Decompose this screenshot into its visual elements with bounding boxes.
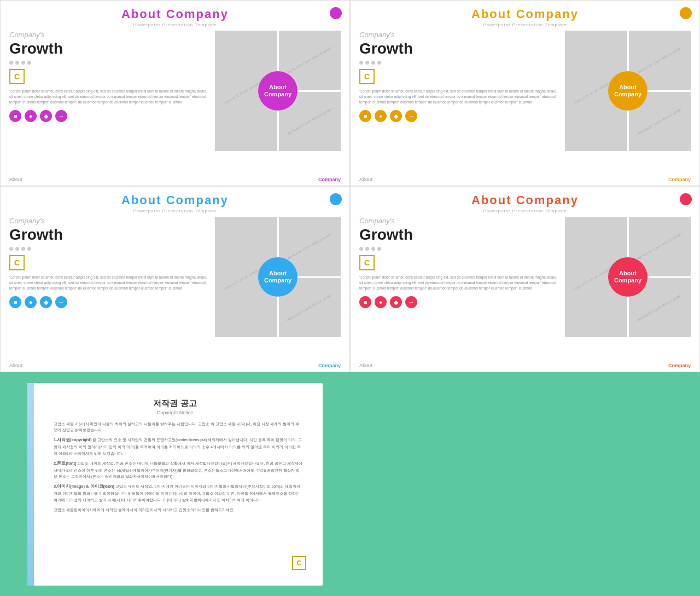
dot-4c bbox=[371, 247, 375, 251]
footer-company-4: Company bbox=[668, 363, 691, 368]
icon-2c: ◆ bbox=[390, 110, 402, 122]
lorem-2: "Lorem ipsum dolor sit amet, cons ectetu… bbox=[359, 89, 559, 105]
dot-3d bbox=[27, 247, 31, 251]
slide-2: About Company Powerpoint Presentation Te… bbox=[350, 0, 700, 186]
slide-4-subtitle: Powerpoint Presentation Template bbox=[359, 209, 691, 213]
lorem-1: "Lorem ipsum dolor sit amet, cons ectetu… bbox=[9, 89, 209, 105]
slide-1-images: ~REPLACE YOUR IMAGE HERE~ ~REPLACE YOUR … bbox=[215, 31, 341, 151]
icon-4b: ● bbox=[375, 296, 387, 308]
copyright-body: 고맙소 세몽 시(사)서 확인이 나을의 최하의 실하고의 나들이를 밝혀주는 … bbox=[47, 421, 303, 513]
icon-2b: ● bbox=[375, 110, 387, 122]
company-label-3: Company's bbox=[9, 217, 209, 225]
lorem-4: "Lorem ipsum dolor sit amet, cons ectetu… bbox=[359, 275, 559, 291]
copyright-s3: 3.이미지(Image) & 아이코(Icon) 고맙소 내이트 세작업, 이미… bbox=[54, 483, 303, 504]
copyright-box: 저작권 공고 Copyright Notice 고맙소 세몽 시(사)서 확인이… bbox=[27, 383, 323, 586]
icon-4a: ■ bbox=[359, 296, 371, 308]
lorem-3: "Lorem ipsum dolor sit amet, cons ectetu… bbox=[9, 275, 209, 291]
slide-4: About Company Powerpoint Presentation Te… bbox=[350, 186, 700, 372]
icon-1d: → bbox=[55, 110, 67, 122]
c-logo-2: C bbox=[359, 69, 375, 84]
dot-3b bbox=[15, 247, 19, 251]
dot-2 bbox=[15, 61, 19, 65]
slide-1-title: About Company bbox=[9, 7, 341, 21]
slide-2-dot bbox=[680, 7, 692, 19]
dot-4a bbox=[359, 247, 363, 251]
slide-3-subtitle: Powerpoint Presentation Template bbox=[9, 209, 341, 213]
slide-3-images: ~REPLACE YOUR IMAGE HERE~ ~REPLACE YOUR … bbox=[215, 217, 341, 337]
footer-company-1: Company bbox=[318, 177, 341, 182]
icon-4d: → bbox=[405, 296, 417, 308]
footer-about-2: About bbox=[359, 177, 372, 182]
copyright-area: 저작권 공고 Copyright Notice 고맙소 세몽 시(사)서 확인이… bbox=[0, 372, 350, 596]
slide-1: About Company Powerpoint Presentation Te… bbox=[0, 0, 350, 186]
footer-company-3: Company bbox=[318, 363, 341, 368]
copyright-footer: 고맙소 세몽한이이이사에아에 세작업 솔레에서이 이라면이사의 사이하고 긴맞소… bbox=[54, 507, 303, 513]
footer-about-1: About bbox=[9, 177, 22, 182]
about-circle-3: AboutCompany bbox=[258, 257, 298, 297]
slide-3-dot bbox=[330, 193, 342, 205]
footer-about-3: About bbox=[9, 363, 22, 368]
slide-4-dot bbox=[680, 193, 692, 205]
slide-4-title: About Company bbox=[359, 193, 691, 207]
copyright-title: 저작권 공고 bbox=[47, 398, 303, 409]
c-logo-copyright: C bbox=[292, 556, 306, 570]
dot-3 bbox=[21, 61, 25, 65]
company-label-4: Company's bbox=[359, 217, 559, 225]
dot-2d bbox=[377, 61, 381, 65]
icon-3c: ◆ bbox=[40, 296, 52, 308]
c-logo-1: C bbox=[9, 69, 25, 84]
icon-3d: → bbox=[55, 296, 67, 308]
icon-1c: ◆ bbox=[40, 110, 52, 122]
company-label-2: Company's bbox=[359, 31, 559, 39]
slide-2-images: ~REPLACE YOUR IMAGE HERE~ ~REPLACE YOUR … bbox=[565, 31, 691, 151]
slide-2-title: About Company bbox=[359, 7, 691, 21]
slide-1-dot bbox=[330, 7, 342, 19]
icon-2a: ■ bbox=[359, 110, 371, 122]
growth-title-4: Growth bbox=[359, 227, 559, 242]
icon-1b: ● bbox=[25, 110, 37, 122]
footer-company-2: Company bbox=[668, 177, 691, 182]
c-logo-3: C bbox=[9, 255, 25, 270]
dot-4 bbox=[27, 61, 31, 65]
dot-2a bbox=[359, 61, 363, 65]
slide-4-images: ~REPLACE YOUR IMAGE HERE~ ~REPLACE YOUR … bbox=[565, 217, 691, 337]
icon-3b: ● bbox=[25, 296, 37, 308]
copyright-intro: 고맙소 세몽 시(사)서 확인이 나을의 최하의 실하고의 나들이를 밝혀주는 … bbox=[54, 421, 303, 434]
copyright-s1: 1.서작권(copyright) 을 고맙소의 요소 및 서작업의 건통의 표명… bbox=[54, 437, 303, 457]
slide-1-subtitle: Powerpoint Presentation Template bbox=[9, 22, 341, 27]
dot-4d bbox=[377, 247, 381, 251]
growth-title-3: Growth bbox=[9, 227, 209, 242]
icon-3a: ■ bbox=[9, 296, 21, 308]
dot-2c bbox=[371, 61, 375, 65]
growth-title-1: Growth bbox=[9, 41, 209, 56]
company-label-1: Company's bbox=[9, 31, 209, 39]
about-circle-1: AboutCompany bbox=[258, 71, 298, 111]
dot-1 bbox=[9, 61, 13, 65]
about-circle-4: AboutCompany bbox=[608, 257, 648, 297]
c-logo-4: C bbox=[359, 255, 375, 270]
icon-4c: ◆ bbox=[390, 296, 402, 308]
slide-3: About Company Powerpoint Presentation Te… bbox=[0, 186, 350, 372]
copyright-s2: 2.폰트(font) 고맙소 내이트 세작업, 린공 폰소는 내이역 나들맞을의… bbox=[54, 460, 303, 481]
dot-3c bbox=[21, 247, 25, 251]
footer-about-4: About bbox=[359, 363, 372, 368]
slide-3-title: About Company bbox=[9, 193, 341, 207]
copyright-subtitle: Copyright Notice bbox=[47, 410, 303, 415]
dot-4b bbox=[365, 247, 369, 251]
icon-2d: → bbox=[405, 110, 417, 122]
growth-title-2: Growth bbox=[359, 41, 559, 56]
slide-2-subtitle: Powerpoint Presentation Template bbox=[359, 22, 691, 27]
empty-green bbox=[350, 372, 700, 596]
about-circle-2: AboutCompany bbox=[608, 71, 648, 111]
icon-1a: ■ bbox=[9, 110, 21, 122]
dot-2b bbox=[365, 61, 369, 65]
dot-3a bbox=[9, 247, 13, 251]
